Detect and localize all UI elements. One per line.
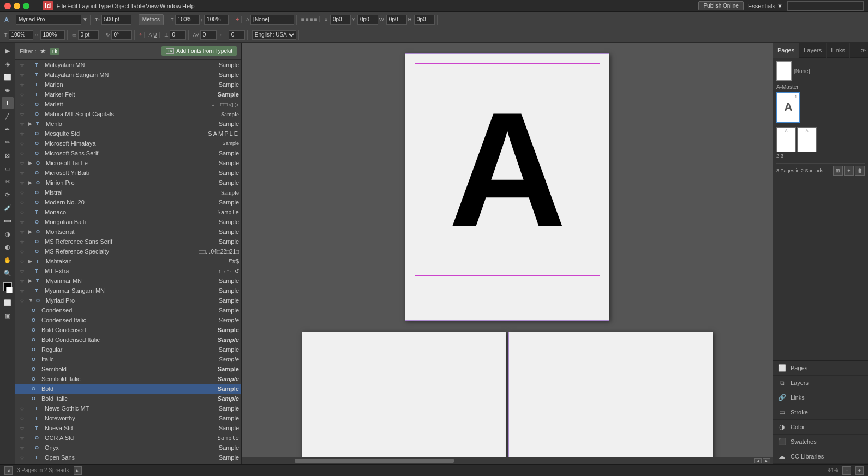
align-right-icon[interactable]: ≡	[310, 16, 313, 22]
font-item-marlett[interactable]: ☆OMarlett○ – □□ ◁ ▷	[15, 99, 241, 109]
tab-pages[interactable]: Pages	[773, 43, 799, 58]
gradient-tool[interactable]: ◑	[2, 228, 14, 240]
spread-page3-thumb[interactable]: A	[797, 127, 817, 152]
page-grid-view-btn[interactable]: ⊞	[833, 166, 843, 176]
font-item-semibold-italic[interactable]: OSemibold ItalicSample	[15, 374, 241, 384]
leading-input[interactable]	[204, 15, 229, 25]
font-item-italic[interactable]: OItalicSample	[15, 354, 241, 364]
expand-arrow-icon[interactable]: ▶	[28, 180, 35, 185]
star-icon[interactable]: ☆	[20, 170, 27, 176]
font-item-bold-condensed-italic[interactable]: OBold Condensed ItalicSample	[15, 335, 241, 345]
star-icon[interactable]: ☆	[20, 180, 27, 186]
pencil-tool[interactable]: ✏	[2, 136, 14, 148]
font-item-malayalam-sangam-mn[interactable]: ☆TMalayalam Sangam MNSample	[15, 70, 241, 80]
baseline-input[interactable]	[170, 30, 186, 40]
font-item-ocr-a-std[interactable]: ☆OOCR A StdSample	[15, 433, 241, 443]
prev-page-btn[interactable]: ◂	[4, 466, 13, 475]
expand-arrow-icon[interactable]: ▶	[28, 160, 35, 166]
star-icon[interactable]: ☆	[20, 219, 27, 225]
h-input[interactable]	[414, 15, 435, 25]
font-item-nueva-std[interactable]: ☆TNueva StdSample	[15, 423, 241, 433]
font-item-onyx[interactable]: ☆OOnyxSample	[15, 443, 241, 453]
font-item-regular[interactable]: ORegularSample	[15, 345, 241, 354]
gradient-feather-tool[interactable]: ◐	[2, 241, 14, 253]
font-item-matura-mt-script[interactable]: ☆OMatura MT Script CapitalsSample	[15, 109, 241, 119]
star-icon[interactable]: ☆	[20, 160, 27, 166]
text-frame[interactable]: A	[415, 63, 600, 276]
star-icon[interactable]: ☆	[20, 435, 27, 441]
line-tool[interactable]: ╱	[2, 110, 14, 122]
add-fonts-button[interactable]: Tk Add Fonts from Typekit	[161, 46, 237, 56]
font-item-montserrat[interactable]: ☆▶OMontserratSample	[15, 227, 241, 237]
scroll-left-btn[interactable]: ◂	[754, 458, 762, 463]
font-item-menlo[interactable]: ☆▶TMenloSample	[15, 119, 241, 129]
font-item-mshtakan[interactable]: ☆▶TMshtakan!"#$	[15, 256, 241, 266]
font-item-marion[interactable]: ☆TMarionSample	[15, 80, 241, 89]
selection-tool[interactable]: ▶	[2, 45, 14, 57]
font-item-news-gothic-mt[interactable]: ☆TNews Gothic MTSample	[15, 403, 241, 413]
tracking2-input[interactable]	[229, 30, 245, 40]
eyedropper-tool[interactable]: 💉	[2, 202, 14, 214]
workspace-selector[interactable]: Essentials ▼	[748, 3, 783, 9]
align-center-icon[interactable]: ≡	[306, 16, 309, 22]
expand-arrow-icon[interactable]: ▶	[28, 258, 35, 264]
direct-selection-tool[interactable]: ◈	[2, 58, 14, 70]
panel-more-icon[interactable]: ≫	[861, 47, 866, 53]
star-icon[interactable]: ☆	[20, 445, 27, 451]
star-icon[interactable]: ☆	[20, 111, 27, 117]
scissors-tool[interactable]: ✂	[2, 176, 14, 188]
font-item-ms-reference-specialty[interactable]: ☆OMS Reference Specialty□□…04□22□21□	[15, 246, 241, 256]
tab-links[interactable]: Links	[827, 43, 850, 58]
star-icon[interactable]: ☆	[20, 150, 27, 156]
spread-page2-thumb[interactable]: A	[776, 127, 796, 152]
minimize-button[interactable]	[14, 3, 20, 9]
maximize-button[interactable]	[23, 3, 29, 9]
font-item-bold-condensed[interactable]: OBold CondensedSample	[15, 325, 241, 335]
font-item-malayalam-mn[interactable]: ☆TMalayalam MNSample	[15, 60, 241, 70]
y-input[interactable]	[357, 15, 378, 25]
star-icon[interactable]: ☆	[20, 249, 27, 255]
font-item-open-sans[interactable]: ☆TOpen SansSample	[15, 453, 241, 462]
font-size2-input[interactable]	[9, 30, 33, 40]
expand-arrow-icon[interactable]: ▼	[28, 298, 35, 303]
font-item-microsoft-tai-le[interactable]: ☆▶OMicrosoft Tai LeSample	[15, 158, 241, 168]
star-icon[interactable]: ☆	[20, 455, 27, 461]
menu-table[interactable]: Table	[130, 3, 145, 9]
star-icon[interactable]: ☆	[20, 190, 27, 196]
align-left-icon[interactable]: ≡	[301, 16, 304, 22]
font-item-bold[interactable]: OBoldSample	[15, 384, 241, 394]
pen-tool[interactable]: ✒	[2, 123, 14, 135]
tracking-input[interactable]	[175, 15, 200, 25]
language-select[interactable]: English: USA	[252, 30, 296, 40]
menu-layout[interactable]: Layout	[79, 3, 97, 9]
menu-edit[interactable]: Edit	[67, 3, 77, 9]
gap-tool[interactable]: ⇹	[2, 84, 14, 96]
star-icon[interactable]: ☆	[20, 258, 27, 264]
next-page-btn[interactable]: ▸	[74, 466, 82, 475]
screen-mode-button[interactable]: ▣	[2, 310, 14, 322]
align-justify-icon[interactable]: ≡	[314, 16, 318, 22]
menu-object[interactable]: Object	[112, 3, 129, 9]
star-icon[interactable]: ☆	[20, 209, 27, 215]
expand-arrow-icon[interactable]: ▶	[28, 229, 35, 234]
rectangle-frame-tool[interactable]: ⊠	[2, 149, 14, 161]
x-input[interactable]	[330, 15, 351, 25]
nav-links[interactable]: 🔗 Links	[773, 390, 868, 405]
menu-type[interactable]: Type	[98, 3, 111, 9]
font-item-ms-reference-sans-serif[interactable]: ☆OMS Reference Sans SerifSample	[15, 237, 241, 246]
star-icon[interactable]: ☆	[20, 131, 27, 137]
font-item-mt-extra[interactable]: ☆TMT Extra↑→↑←↺	[15, 266, 241, 276]
star-icon[interactable]: ☆	[20, 425, 27, 431]
font-item-microsoft-himalaya[interactable]: ☆OMicrosoft HimalayaSample	[15, 138, 241, 148]
font-item-myanmar-mn[interactable]: ☆▶TMyanmar MNSample	[15, 276, 241, 286]
rectangle-tool[interactable]: ▭	[2, 162, 14, 174]
font-item-condensed[interactable]: OCondensedSample	[15, 305, 241, 315]
font-name-input[interactable]	[16, 15, 81, 25]
star-icon[interactable]: ☆	[20, 121, 27, 127]
star-icon[interactable]: ☆	[20, 72, 27, 78]
font-item-microsoft-yi-baiti[interactable]: ☆OMicrosoft Yi BaitiSample	[15, 168, 241, 178]
search-input[interactable]	[787, 1, 864, 11]
star-icon[interactable]: ☆	[20, 298, 27, 304]
type-tool[interactable]: T	[2, 97, 14, 109]
font-size-input[interactable]	[101, 15, 131, 25]
